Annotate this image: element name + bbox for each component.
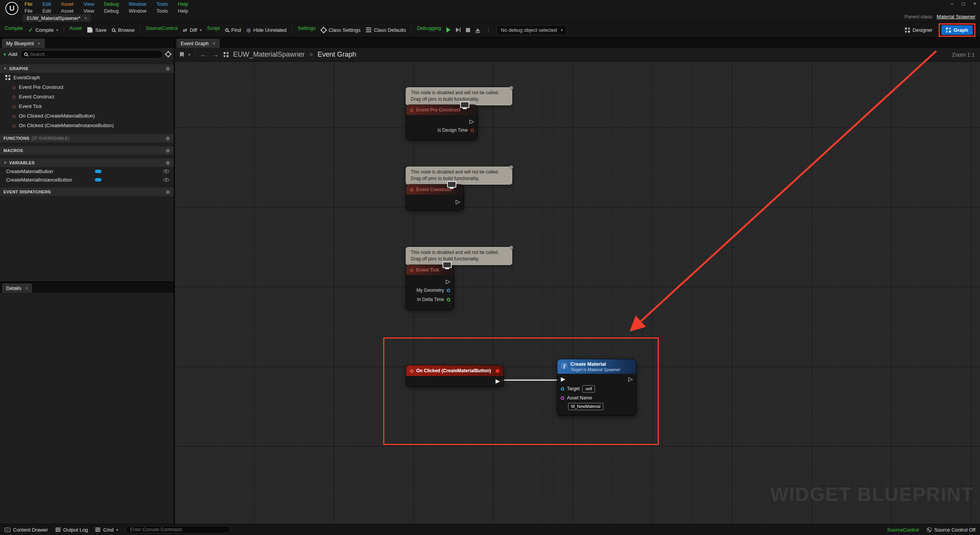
section-functions[interactable]: FUNCTIONS (37 OVERRIDABLE) ⊕: [0, 134, 174, 142]
pin-tack-icon[interactable]: [510, 246, 513, 249]
menu-edit[interactable]: Edit: [42, 1, 51, 7]
add-button[interactable]: + Add: [3, 51, 17, 57]
menu-asset[interactable]: Asset: [61, 1, 74, 7]
class-defaults-button[interactable]: Class Defaults: [366, 27, 406, 33]
node-event-construct[interactable]: ◇ Event Construct ▷: [406, 184, 464, 210]
blueprint-search-box[interactable]: [20, 50, 163, 59]
exec-output-pin[interactable]: ▷: [456, 199, 460, 205]
node-title-bar[interactable]: ƒ Create Material Target is Material Spa…: [557, 359, 636, 374]
variable-type-icon[interactable]: [95, 170, 101, 173]
node-event-pre-construct[interactable]: ◇ Event Pre Construct ▷ Is Design Time: [406, 105, 478, 140]
menu-debug[interactable]: Debug: [104, 8, 119, 14]
menu-file[interactable]: File: [24, 8, 33, 14]
variable-type-icon[interactable]: [95, 178, 101, 182]
debug-object-dropdown[interactable]: No debug object selected ▾: [497, 25, 567, 35]
section-macros[interactable]: MACROS ⊕: [0, 146, 174, 155]
menu-help[interactable]: Help: [178, 1, 188, 7]
menu-view[interactable]: View: [83, 1, 94, 7]
eye-icon[interactable]: [163, 178, 169, 182]
add-graph-icon[interactable]: ⊕: [166, 65, 170, 72]
minimize-icon[interactable]: –: [951, 1, 953, 7]
exec-output-pin[interactable]: ▷: [469, 118, 474, 124]
tree-item-event-pre-construct[interactable]: ◇ Event Pre Construct: [0, 82, 174, 92]
menu-edit[interactable]: Edit: [42, 8, 51, 14]
menu-asset[interactable]: Asset: [61, 8, 74, 14]
add-variable-icon[interactable]: ⊕: [166, 160, 170, 166]
exec-output-pin[interactable]: ▷: [446, 278, 450, 284]
node-title-bar[interactable]: ◇ On Clicked (CreateMaterialButton): [406, 365, 503, 376]
target-value-chip[interactable]: self: [582, 385, 595, 393]
add-function-icon[interactable]: ⊕: [166, 135, 170, 141]
node-on-clicked-creatematerialbutton[interactable]: ◇ On Clicked (CreateMaterialButton) ▶: [406, 365, 504, 386]
maximize-icon[interactable]: □: [962, 1, 965, 7]
tab-close-icon[interactable]: ×: [25, 285, 28, 291]
struct-output-pin[interactable]: [447, 289, 450, 292]
parent-class-link[interactable]: Material Spawner: [937, 14, 975, 20]
chevron-down-icon[interactable]: ▾: [200, 28, 202, 32]
cmd-dropdown[interactable]: Cmd ▾: [95, 527, 118, 533]
graph-mode-button[interactable]: Graph: [941, 25, 973, 35]
menu-file[interactable]: File: [24, 1, 33, 7]
menu-tools[interactable]: Tools: [156, 1, 168, 7]
tab-close-icon[interactable]: ×: [84, 15, 87, 21]
save-button[interactable]: Save: [87, 27, 107, 33]
breadcrumb-root[interactable]: EUW_MaterialSpawner: [233, 51, 305, 59]
filter-gear-icon[interactable]: [166, 52, 171, 57]
pin-tack-icon[interactable]: [510, 86, 513, 90]
exec-output-pin[interactable]: ▷: [628, 376, 633, 382]
tree-item-event-tick[interactable]: ◇ Event Tick: [0, 101, 174, 111]
section-event-dispatchers[interactable]: EVENT DISPATCHERS ⊕: [0, 188, 174, 196]
tab-my-blueprint[interactable]: My Blueprint ×: [2, 39, 45, 48]
source-control-status[interactable]: Source Control Off: [927, 527, 975, 533]
browse-button[interactable]: Browse: [112, 27, 134, 33]
forward-arrow-icon[interactable]: →: [212, 51, 219, 59]
pin-tack-icon[interactable]: [510, 165, 513, 169]
exec-input-pin[interactable]: ▶: [561, 376, 565, 382]
play-button[interactable]: [446, 27, 451, 33]
add-macro-icon[interactable]: ⊕: [166, 147, 170, 154]
tab-close-icon[interactable]: ×: [38, 41, 41, 46]
menu-view[interactable]: View: [83, 8, 94, 14]
object-input-pin[interactable]: [561, 387, 564, 391]
section-graphs[interactable]: ▼ GRAPHS ⊕: [0, 64, 174, 73]
graph-canvas[interactable]: ▾ ← → EUW_MaterialSpawner > Event Graph …: [175, 48, 980, 524]
variable-row-creatematerialbutton[interactable]: CreateMaterialButton: [0, 167, 174, 175]
string-input-pin[interactable]: [561, 396, 564, 400]
menu-help[interactable]: Help: [178, 8, 188, 14]
compile-button[interactable]: ✓ Compile ▾: [28, 27, 58, 33]
bool-output-pin[interactable]: [470, 129, 474, 132]
tree-item-on-clicked-creatematerialbutton[interactable]: ◇ On Clicked (CreateMaterialButton): [0, 111, 174, 121]
back-arrow-icon[interactable]: ←: [200, 51, 207, 59]
eject-button[interactable]: [475, 28, 480, 31]
chevron-down-icon[interactable]: ▾: [188, 52, 190, 57]
bookmark-icon[interactable]: [180, 52, 184, 57]
menu-window[interactable]: Window: [129, 8, 146, 14]
output-log-button[interactable]: Output Log: [56, 527, 88, 533]
variable-row-creatematerialinstancebutton[interactable]: CreateMaterialInstanceButton: [0, 175, 174, 184]
designer-mode-button[interactable]: Designer: [905, 27, 933, 33]
stop-button[interactable]: [466, 28, 470, 32]
find-button[interactable]: Find: [225, 27, 241, 33]
breadcrumb-current[interactable]: Event Graph: [317, 51, 356, 59]
float-output-pin[interactable]: [447, 298, 450, 301]
asset-tab-euw-materialspawner[interactable]: EUW_MaterialSpawner* ×: [23, 14, 91, 22]
toolbar-overflow-icon[interactable]: ⋮: [485, 26, 491, 33]
collapse-arrow-icon[interactable]: ▼: [3, 67, 7, 70]
chevron-down-icon[interactable]: ▾: [56, 28, 58, 32]
tree-item-event-construct[interactable]: ◇ Event Construct: [0, 92, 174, 101]
tree-item-eventgraph[interactable]: EventGraph: [0, 73, 174, 82]
step-button[interactable]: [456, 28, 459, 32]
tab-event-graph[interactable]: Event Graph ×: [176, 39, 220, 48]
menu-window[interactable]: Window: [129, 1, 146, 7]
add-event-dispatcher-icon[interactable]: ⊕: [166, 189, 170, 195]
section-variables[interactable]: ▼ VARIABLES ⊕: [0, 159, 174, 167]
hide-unrelated-button[interactable]: ◎ Hide Unrelated: [247, 27, 287, 33]
class-settings-button[interactable]: Class Settings: [321, 27, 361, 33]
content-drawer-button[interactable]: Content Drawer: [5, 527, 48, 533]
menu-tools[interactable]: Tools: [156, 8, 168, 14]
tree-item-on-clicked-creatematerialinstancebutton[interactable]: ◇ On Clicked (CreateMaterialInstanceButt…: [0, 121, 174, 130]
diff-button[interactable]: ⇄ Diff ▾: [183, 27, 202, 33]
eye-icon[interactable]: [163, 170, 169, 173]
asset-name-input[interactable]: M_NewMaterial: [568, 403, 603, 410]
node-event-tick[interactable]: ◇ Event Tick ▷ My Geometry In Delta Time: [406, 265, 454, 310]
